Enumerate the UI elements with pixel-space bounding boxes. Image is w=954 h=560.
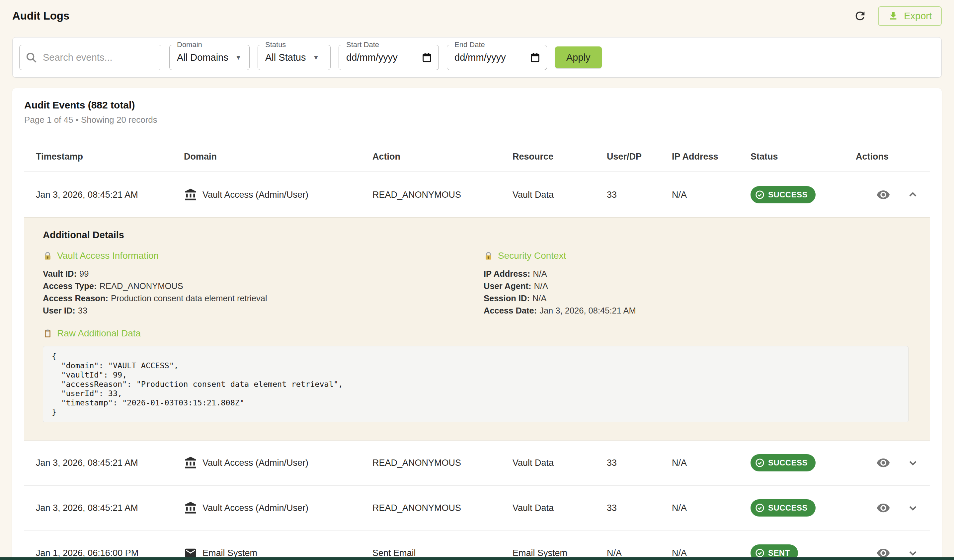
table-row[interactable]: Jan 3, 2026, 08:45:21 AM Vault Access (A…: [24, 172, 930, 217]
raw-data-heading: Raw Additional Data: [43, 328, 911, 339]
column-header-resource: Resource: [501, 152, 595, 162]
cell-user: 33: [595, 503, 660, 513]
cell-timestamp: Jan 3, 2026, 08:45:21 AM: [24, 503, 172, 513]
chevron-down-icon: ▼: [235, 53, 242, 61]
domain-select[interactable]: Domain All Domains ▼: [169, 45, 249, 70]
detail-field: Access Reason:Production consent data el…: [43, 292, 470, 305]
table-row[interactable]: Jan 3, 2026, 08:45:21 AM Vault Access (A…: [24, 486, 930, 531]
column-header-action: Action: [361, 152, 501, 162]
calendar-icon[interactable]: [530, 52, 541, 63]
column-header-domain: Domain: [172, 152, 361, 162]
additional-details-panel: Additional Details Vault Access Info: [24, 217, 930, 440]
check-circle-icon: [755, 503, 765, 513]
cell-actions: [844, 455, 930, 470]
page-title: Audit Logs: [12, 9, 69, 22]
expand-row-button[interactable]: [906, 501, 920, 515]
security-context-section: Security Context IP Address:N/A User Age…: [484, 250, 911, 317]
additional-details-title: Additional Details: [43, 230, 911, 241]
cell-resource: Vault Data: [501, 458, 595, 468]
cell-timestamp: Jan 3, 2026, 08:45:21 AM: [24, 458, 172, 468]
topbar-actions: Export: [852, 6, 942, 26]
search-input[interactable]: [42, 52, 156, 63]
detail-field: User ID:33: [43, 305, 470, 317]
cell-resource: Email System: [501, 548, 595, 558]
detail-field: Access Type:READ_ANONYMOUS: [43, 280, 470, 292]
download-icon: [888, 11, 899, 21]
column-header-ip: IP Address: [660, 152, 739, 162]
eye-icon: [876, 501, 890, 515]
export-button[interactable]: Export: [878, 6, 942, 26]
column-header-timestamp: Timestamp: [24, 152, 172, 162]
chevron-up-icon: [907, 189, 919, 201]
cell-action: READ_ANONYMOUS: [361, 190, 501, 200]
cell-ip: N/A: [660, 548, 739, 558]
detail-field: Access Date:Jan 3, 2026, 08:45:21 AM: [484, 305, 911, 317]
clipboard-icon: [43, 329, 53, 338]
chevron-down-icon: [907, 502, 919, 514]
status-badge: SUCCESS: [751, 454, 815, 471]
refresh-button[interactable]: [852, 8, 868, 24]
cell-status: SUCCESS: [739, 454, 844, 471]
collapse-row-button[interactable]: [906, 188, 920, 201]
bank-icon: [184, 188, 197, 201]
cell-domain: Vault Access (Admin/User): [172, 188, 361, 201]
cell-actions: [844, 187, 930, 202]
column-header-status: Status: [739, 152, 844, 162]
start-date-input[interactable]: Start Date dd/mm/yyyy: [338, 45, 439, 70]
cell-timestamp: Jan 1, 2026, 06:16:00 PM: [24, 548, 172, 558]
cell-ip: N/A: [660, 503, 739, 513]
table-row[interactable]: Jan 3, 2026, 08:45:21 AM Vault Access (A…: [24, 440, 930, 486]
detail-columns: Vault Access Information Vault ID:99 Acc…: [43, 250, 911, 317]
security-fields: IP Address:N/A User Agent:N/A Session ID…: [484, 268, 911, 317]
refresh-icon: [853, 9, 867, 23]
lock-key-icon: [43, 251, 53, 261]
view-details-button[interactable]: [876, 187, 891, 202]
table-header: Timestamp Domain Action Resource User/DP…: [24, 142, 930, 172]
detail-field: Session ID:N/A: [484, 292, 911, 305]
cell-actions: [844, 500, 930, 516]
status-badge: SUCCESS: [751, 499, 815, 516]
status-select[interactable]: Status All Status ▼: [257, 45, 330, 70]
cell-user: 33: [595, 190, 660, 200]
end-date-input[interactable]: End Date dd/mm/yyyy: [447, 45, 547, 70]
cell-timestamp: Jan 3, 2026, 08:45:21 AM: [24, 190, 172, 200]
section-heading: Vault Access Information: [43, 250, 470, 261]
cell-status: SUCCESS: [739, 499, 844, 516]
cell-action: READ_ANONYMOUS: [361, 503, 501, 513]
cell-resource: Vault Data: [501, 190, 595, 200]
view-details-button[interactable]: [876, 455, 891, 470]
vault-access-section: Vault Access Information Vault ID:99 Acc…: [43, 250, 470, 317]
bank-icon: [184, 456, 197, 470]
cell-action: READ_ANONYMOUS: [361, 458, 501, 468]
detail-field: User Agent:N/A: [484, 280, 911, 292]
filter-bar: Domain All Domains ▼ Status All Status ▼…: [12, 37, 942, 78]
view-details-button[interactable]: [876, 500, 891, 516]
vault-fields: Vault ID:99 Access Type:READ_ANONYMOUS A…: [43, 268, 470, 317]
check-circle-icon: [755, 548, 765, 558]
cell-user: 33: [595, 458, 660, 468]
cell-action: Sent Email: [361, 548, 501, 558]
cell-resource: Vault Data: [501, 503, 595, 513]
section-heading: Security Context: [484, 250, 911, 261]
cell-status: SUCCESS: [739, 186, 844, 203]
expand-row-button[interactable]: [906, 456, 920, 470]
status-badge: SUCCESS: [751, 186, 815, 203]
raw-json-block: { "domain": "VAULT_ACCESS", "vaultId": 9…: [43, 346, 909, 422]
apply-button[interactable]: Apply: [555, 47, 602, 68]
table-row[interactable]: Jan 1, 2026, 06:16:00 PM Email System Se…: [24, 531, 930, 560]
detail-field: IP Address:N/A: [484, 268, 911, 280]
audit-logs-page: Audit Logs Export: [0, 0, 954, 560]
detail-field: Vault ID:99: [43, 268, 470, 280]
lock-icon: [484, 251, 493, 261]
eye-icon: [876, 188, 890, 202]
calendar-icon[interactable]: [421, 52, 433, 63]
check-circle-icon: [755, 190, 765, 200]
cell-domain: Vault Access (Admin/User): [172, 501, 361, 515]
cell-domain: Vault Access (Admin/User): [172, 456, 361, 470]
chevron-down-icon: ▼: [313, 53, 320, 61]
footer-bar: [0, 557, 954, 560]
bank-icon: [184, 501, 197, 515]
pagination-info: Page 1 of 45 • Showing 20 records: [24, 115, 930, 125]
cell-user: N/A: [595, 548, 660, 558]
check-circle-icon: [755, 458, 765, 468]
